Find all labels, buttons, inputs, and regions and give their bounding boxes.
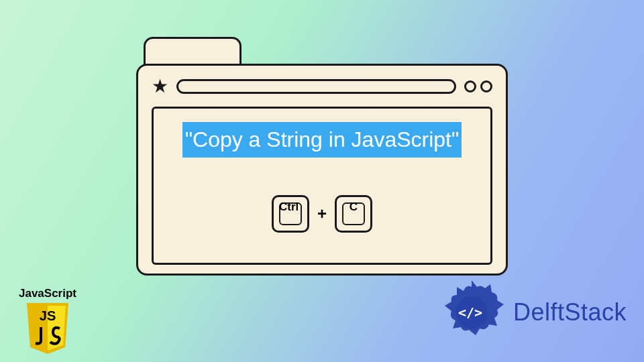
window-controls	[464, 80, 492, 93]
c-key-icon: C	[335, 195, 372, 233]
selected-text: "Copy a String in JavaScript"	[182, 122, 462, 158]
shield-text: JS	[40, 308, 56, 323]
javascript-badge: JavaScript JS	[19, 287, 76, 355]
browser-tab	[144, 37, 241, 66]
control-circle-icon	[480, 80, 492, 93]
svg-text:</>: </>	[458, 304, 482, 320]
browser-toolbar: ★	[152, 75, 492, 97]
browser-window-illustration: ★ "Copy a String in JavaScript" Ctrl + C	[136, 37, 508, 276]
javascript-shield-icon: JS	[23, 302, 72, 355]
delftstack-emblem-icon: </>	[437, 278, 506, 347]
browser-body: ★ "Copy a String in JavaScript" Ctrl + C	[136, 64, 508, 276]
javascript-label: JavaScript	[19, 287, 76, 300]
plus-symbol: +	[317, 204, 327, 223]
ctrl-key-icon: Ctrl	[272, 195, 309, 233]
key-label: Ctrl	[279, 200, 299, 214]
key-label: C	[350, 200, 358, 214]
bookmark-star-icon: ★	[152, 75, 168, 97]
control-circle-icon	[464, 80, 476, 93]
content-area: "Copy a String in JavaScript" Ctrl + C	[152, 107, 492, 265]
keyboard-shortcut: Ctrl + C	[272, 195, 372, 233]
address-bar	[176, 79, 456, 94]
delftstack-logo: </> DelftStack	[437, 278, 627, 347]
delftstack-text: DelftStack	[513, 298, 627, 326]
